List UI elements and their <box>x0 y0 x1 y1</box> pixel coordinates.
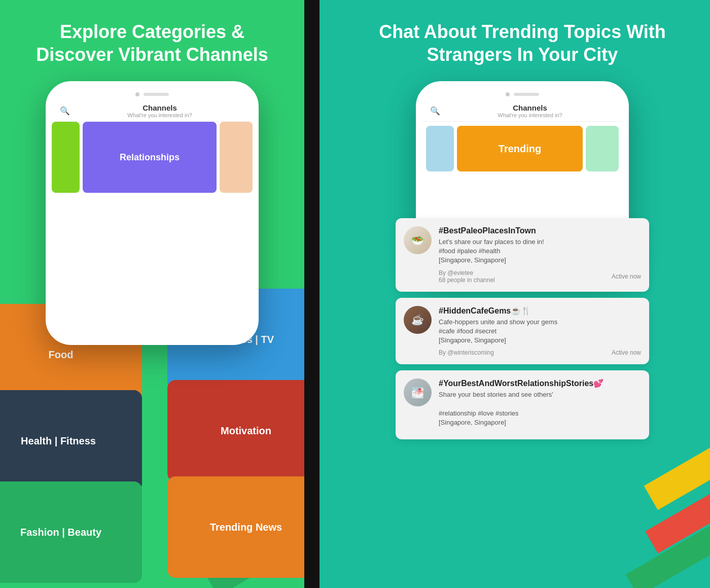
chat-by-1: By @evietee <box>439 269 495 276</box>
tile-motivation-label: Motivation <box>221 425 271 437</box>
tile-fashion[interactable]: Fashion | Beauty <box>0 481 142 583</box>
cat-tan-tile <box>220 122 253 193</box>
chat-people-1: 68 people in channel <box>439 276 495 284</box>
category-row-1-left: Relationships <box>52 122 253 193</box>
chat-meta-1: By @evietee 68 people in channel Active … <box>439 269 641 284</box>
cat-trending-label: Trending <box>499 143 541 155</box>
tile-fashion-label: Fashion | Beauty <box>20 527 101 538</box>
tile-motivation[interactable]: Motivation <box>167 380 304 481</box>
chat-desc-1: Let's share our fav places to dine in!#f… <box>439 237 641 265</box>
right-panel: Chat About Trending Topics With Stranger… <box>320 0 710 588</box>
phone-speaker-right <box>514 93 539 96</box>
chat-title-3: #YourBestAndWorstRelationshipStories💕 <box>439 378 641 388</box>
channels-title-left: Channels <box>75 103 244 112</box>
tile-health[interactable]: Health | Fitness <box>0 390 142 492</box>
phone-camera-right <box>506 92 510 96</box>
chat-title-2: #HiddenCafeGems☕🍴 <box>439 306 641 316</box>
channels-subtitle-right: What're you interested in? <box>445 112 615 118</box>
chat-cards-container: 🥗 #BestPaleoPlacesInTown Let's share our… <box>396 218 649 445</box>
cat-relationships-tile[interactable]: Relationships <box>83 122 217 193</box>
phone-notch-left <box>52 87 253 99</box>
avatar-emoji-3: 🌁 <box>411 387 424 399</box>
phone-notch-right <box>422 87 623 99</box>
deco-stripe-yellow-right <box>644 435 710 510</box>
chat-desc-3: Share your best stories and see others'#… <box>439 390 641 427</box>
chat-avatar-3: 🌁 <box>404 378 432 406</box>
cat-mint-tile <box>586 126 619 171</box>
search-icon-left: 🔍 <box>60 106 70 116</box>
channels-subtitle-left: What're you interested in? <box>75 112 244 118</box>
channels-title-right: Channels <box>445 103 615 112</box>
chat-meta-2: By @winteriscoming Active now <box>439 349 641 356</box>
cat-green-tile <box>52 122 80 193</box>
chat-card-3[interactable]: 🌁 #YourBestAndWorstRelationshipStories💕 … <box>396 370 649 439</box>
chat-meta-left-2: By @winteriscoming <box>439 349 494 356</box>
chat-card-2[interactable]: ☕ #HiddenCafeGems☕🍴 Cafe-hoppers unite a… <box>396 298 649 365</box>
tile-food-label: Food <box>49 349 74 361</box>
search-icon-right: 🔍 <box>430 106 440 116</box>
chat-content-2: #HiddenCafeGems☕🍴 Cafe-hoppers unite and… <box>439 306 641 357</box>
avatar-emoji-2: ☕ <box>411 314 424 326</box>
chat-content-1: #BestPaleoPlacesInTown Let's share our f… <box>439 226 641 284</box>
chat-avatar-2: ☕ <box>404 306 432 334</box>
cat-trending-tile[interactable]: Trending <box>457 126 583 171</box>
chat-meta-left-1: By @evietee 68 people in channel <box>439 269 495 284</box>
channels-title-block-right: Channels What're you interested in? <box>445 103 615 118</box>
chat-by-2: By @winteriscoming <box>439 349 494 356</box>
channels-header-left: 🔍 Channels What're you interested in? <box>52 99 253 122</box>
avatar-emoji-1: 🥗 <box>411 234 424 247</box>
chat-title-1: #BestPaleoPlacesInTown <box>439 226 641 235</box>
cat-relationships-label: Relationships <box>120 152 180 163</box>
chat-card-1[interactable]: 🥗 #BestPaleoPlacesInTown Let's share our… <box>396 218 649 292</box>
chat-content-3: #YourBestAndWorstRelationshipStories💕 Sh… <box>439 378 641 431</box>
panel-divider <box>304 0 320 588</box>
phone-speaker-left <box>144 93 169 96</box>
channels-header-right: 🔍 Channels What're you interested in? <box>422 99 623 122</box>
right-header: Chat About Trending Topics With Stranger… <box>320 0 710 81</box>
tile-health-label: Health | Fitness <box>21 435 96 447</box>
phone-mockup-left: 🔍 Channels What're you interested in? Re… <box>46 81 259 345</box>
chat-avatar-1: 🥗 <box>404 226 432 254</box>
tile-trending-news[interactable]: Trending News <box>167 476 304 578</box>
phone-screen-left: 🔍 Channels What're you interested in? Re… <box>52 99 253 331</box>
chat-active-1: Active now <box>612 273 641 280</box>
chat-active-2: Active now <box>612 349 641 356</box>
channels-title-block-left: Channels What're you interested in? <box>75 103 244 118</box>
left-header: Explore Categories & Discover Vibrant Ch… <box>0 0 304 81</box>
category-row-right: Trending <box>422 122 623 176</box>
tile-trending-news-label: Trending News <box>210 522 282 533</box>
cat-teal-tile <box>426 126 454 171</box>
left-panel: Explore Categories & Discover Vibrant Ch… <box>0 0 304 588</box>
phone-camera-left <box>135 92 139 96</box>
chat-desc-2: Cafe-hoppers unite and show your gems#ca… <box>439 318 641 345</box>
